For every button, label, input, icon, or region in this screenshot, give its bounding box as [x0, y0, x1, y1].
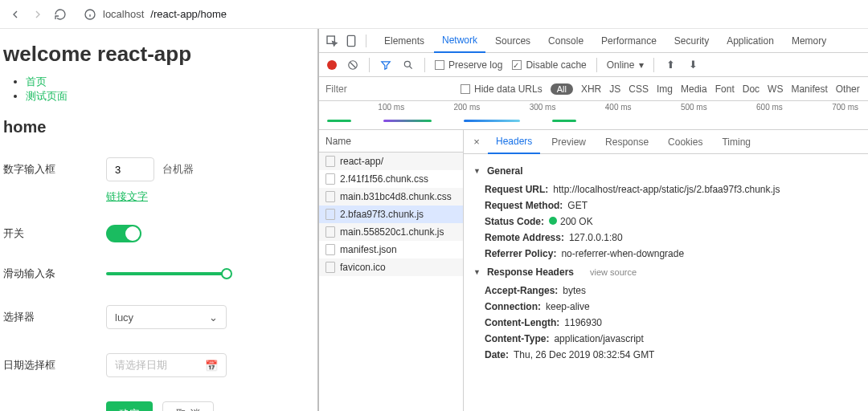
reload-icon[interactable]: [53, 7, 68, 22]
app-page: welcome react-app 首页 测试页面 home 数字输入框 台机器…: [0, 29, 317, 411]
device-icon[interactable]: [345, 35, 358, 47]
network-timeline[interactable]: 100 ms 200 ms 300 ms 400 ms 500 ms 600 m…: [319, 101, 868, 130]
view-source-link[interactable]: view source: [590, 267, 637, 277]
request-name: favicon.ico: [340, 262, 386, 273]
ftype-css[interactable]: CSS: [628, 83, 649, 95]
detail-tab-timing[interactable]: Timing: [714, 130, 759, 154]
tab-elements[interactable]: Elements: [376, 29, 432, 53]
request-row[interactable]: 2.bfaa97f3.chunk.js: [319, 206, 463, 223]
date-placeholder: 请选择日期: [115, 358, 167, 372]
request-name: manifest.json: [340, 244, 397, 255]
header-kv: Content-Type:application/javascript: [473, 331, 858, 347]
number-input[interactable]: [106, 157, 154, 181]
request-row[interactable]: main.b31bc4d8.chunk.css: [319, 188, 463, 206]
header-kv: Referrer Policy:no-referrer-when-downgra…: [473, 246, 858, 262]
tab-console[interactable]: Console: [540, 29, 592, 53]
svg-rect-3: [327, 36, 334, 43]
nav-link-test[interactable]: 测试页面: [26, 90, 68, 102]
header-kv: Status Code:200 OK: [473, 214, 858, 230]
ftype-js[interactable]: JS: [609, 83, 620, 95]
preserve-log-check[interactable]: Preserve log: [435, 59, 502, 71]
ftype-img[interactable]: Img: [657, 83, 673, 95]
upload-icon[interactable]: ⬆: [664, 59, 677, 71]
select-label: 选择器: [3, 310, 106, 324]
slider-label: 滑动输入条: [3, 267, 106, 281]
forward-icon[interactable]: [31, 7, 45, 22]
header-kv: Request Method:GET: [473, 197, 858, 214]
helper-link[interactable]: 链接文字: [106, 189, 306, 204]
svg-point-7: [404, 61, 410, 67]
nav-link-home[interactable]: 首页: [26, 75, 47, 87]
ftype-font[interactable]: Font: [715, 83, 735, 95]
svg-rect-4: [347, 35, 354, 46]
url-host: localhost: [103, 8, 144, 20]
slider-handle[interactable]: [221, 268, 232, 279]
file-icon: [326, 226, 335, 238]
address-bar[interactable]: localhost/react-app/home: [76, 5, 235, 24]
ftype-doc[interactable]: Doc: [743, 83, 760, 95]
filter-icon[interactable]: [379, 59, 392, 71]
slider[interactable]: [106, 272, 227, 275]
request-name: react-app/: [340, 156, 383, 167]
download-icon[interactable]: ⬇: [686, 59, 699, 71]
file-icon: [326, 262, 335, 273]
svg-line-6: [350, 62, 356, 67]
svg-line-8: [410, 66, 412, 68]
tab-performance[interactable]: Performance: [593, 29, 665, 53]
detail-tab-headers[interactable]: Headers: [488, 130, 540, 154]
header-kv: Connection:keep-alive: [473, 299, 858, 315]
inspect-icon[interactable]: [326, 35, 338, 47]
file-icon: [326, 209, 335, 220]
hide-data-check[interactable]: Hide data URLs: [461, 83, 542, 95]
tab-network[interactable]: Network: [434, 29, 485, 53]
tab-sources[interactable]: Sources: [487, 29, 538, 53]
date-label: 日期选择框: [3, 358, 106, 372]
file-icon: [326, 173, 335, 185]
general-section[interactable]: ▼General: [473, 165, 858, 177]
site-info-icon[interactable]: [84, 8, 96, 21]
name-header[interactable]: Name: [319, 130, 463, 153]
tab-memory[interactable]: Memory: [784, 29, 834, 53]
record-icon[interactable]: [327, 60, 337, 70]
ok-button[interactable]: 确定: [106, 401, 153, 411]
ftype-xhr[interactable]: XHR: [581, 83, 601, 95]
search-icon[interactable]: [402, 59, 415, 71]
ftype-other[interactable]: Other: [836, 83, 860, 95]
request-row[interactable]: react-app/: [319, 153, 463, 170]
ftype-ws[interactable]: WS: [768, 83, 783, 95]
url-path: /react-app/home: [150, 8, 227, 20]
request-row[interactable]: favicon.ico: [319, 258, 463, 276]
page-title: welcome react-app: [3, 42, 306, 67]
cancel-button[interactable]: 取 消: [162, 401, 214, 411]
ftype-all[interactable]: All: [551, 83, 573, 95]
request-row[interactable]: 2.f41f1f56.chunk.css: [319, 170, 463, 188]
request-name: main.b31bc4d8.chunk.css: [340, 191, 452, 202]
detail-tab-cookies[interactable]: Cookies: [660, 130, 710, 154]
devtools-panel: Elements Network Sources Console Perform…: [317, 29, 868, 411]
response-headers-section[interactable]: ▼Response Headersview source: [473, 267, 858, 278]
select-input[interactable]: lucy ⌄: [106, 305, 227, 329]
tab-security[interactable]: Security: [666, 29, 717, 53]
calendar-icon: 📅: [205, 360, 218, 372]
detail-tab-response[interactable]: Response: [597, 130, 657, 154]
nav-list: 首页 测试页面: [3, 75, 306, 104]
disable-cache-check[interactable]: Disable cache: [512, 59, 586, 71]
throttle-select[interactable]: Online▾: [607, 59, 645, 71]
header-kv: Content-Length:1196930: [473, 315, 858, 331]
close-icon[interactable]: ×: [469, 136, 485, 148]
detail-tab-preview[interactable]: Preview: [543, 130, 594, 154]
back-icon[interactable]: [8, 7, 23, 22]
file-icon: [326, 156, 335, 167]
request-name: 2.bfaa97f3.chunk.js: [340, 209, 424, 220]
number-suffix: 台机器: [162, 162, 194, 177]
clear-icon[interactable]: [346, 59, 359, 71]
chevron-down-icon: ⌄: [209, 311, 218, 324]
switch-toggle[interactable]: [106, 225, 141, 242]
request-row[interactable]: main.558520c1.chunk.js: [319, 223, 463, 241]
request-row[interactable]: manifest.json: [319, 241, 463, 258]
ftype-manifest[interactable]: Manifest: [791, 83, 827, 95]
tab-application[interactable]: Application: [719, 29, 782, 53]
filter-input[interactable]: [319, 78, 456, 100]
date-input[interactable]: 请选择日期 📅: [106, 353, 227, 377]
ftype-media[interactable]: Media: [681, 83, 707, 95]
